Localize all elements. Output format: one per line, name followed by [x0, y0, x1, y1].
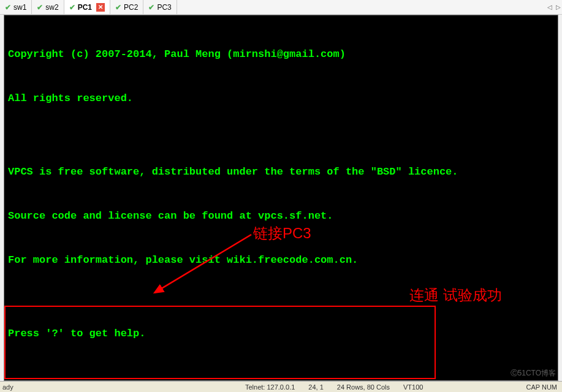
- status-term: VT100: [403, 383, 423, 391]
- tab-pc1[interactable]: ✔ PC1 ✕: [64, 0, 110, 14]
- tab-controls: ◁ ▷: [547, 0, 561, 14]
- status-cursor-pos: 24, 1: [308, 383, 323, 391]
- tab-label: PC3: [157, 3, 171, 12]
- status-size: 24 Rows, 80 Cols: [337, 383, 390, 391]
- check-icon: ✔: [69, 3, 75, 12]
- tab-bar: ✔ sw1 ✔ sw2 ✔ PC1 ✕ ✔ PC2 ✔ PC3 ◁ ▷: [0, 0, 562, 15]
- tab-sw1[interactable]: ✔ sw1: [0, 0, 32, 14]
- status-ready: ady: [0, 383, 13, 391]
- check-icon: ✔: [148, 3, 154, 12]
- terminal-line: Copyright (c) 2007-2014, Paul Meng (mirn…: [8, 47, 554, 62]
- tab-next-icon[interactable]: ▷: [556, 4, 561, 10]
- terminal[interactable]: Copyright (c) 2007-2014, Paul Meng (mirn…: [4, 15, 558, 381]
- terminal-line: Press '?' to get help.: [8, 326, 554, 341]
- tab-label: PC1: [78, 3, 92, 12]
- check-icon: ✔: [37, 3, 43, 12]
- terminal-line: For more information, please visit wiki.…: [8, 253, 554, 268]
- tab-label: sw2: [45, 3, 58, 12]
- tab-pc2[interactable]: ✔ PC2: [110, 0, 143, 14]
- tab-prev-icon[interactable]: ◁: [547, 4, 552, 10]
- tab-label: PC2: [124, 3, 138, 12]
- check-icon: ✔: [5, 3, 11, 12]
- check-icon: ✔: [115, 3, 121, 12]
- watermark: Ⓒ51CTO博客: [511, 368, 556, 379]
- close-icon[interactable]: ✕: [96, 3, 105, 12]
- tab-pc3[interactable]: ✔ PC3: [143, 0, 177, 14]
- terminal-line: VPCS is free software, distributed under…: [8, 165, 554, 179]
- status-caps: CAP NUM: [526, 383, 557, 391]
- status-bar: ady Telnet: 127.0.0.1 24, 1 24 Rows, 80 …: [0, 381, 562, 392]
- status-telnet: Telnet: 127.0.0.1: [245, 383, 295, 391]
- tab-label: sw1: [13, 3, 26, 12]
- terminal-line: All rights reserved.: [8, 91, 554, 106]
- terminal-line: Source code and license can be found at …: [8, 209, 554, 224]
- tab-sw2[interactable]: ✔ sw2: [32, 0, 64, 14]
